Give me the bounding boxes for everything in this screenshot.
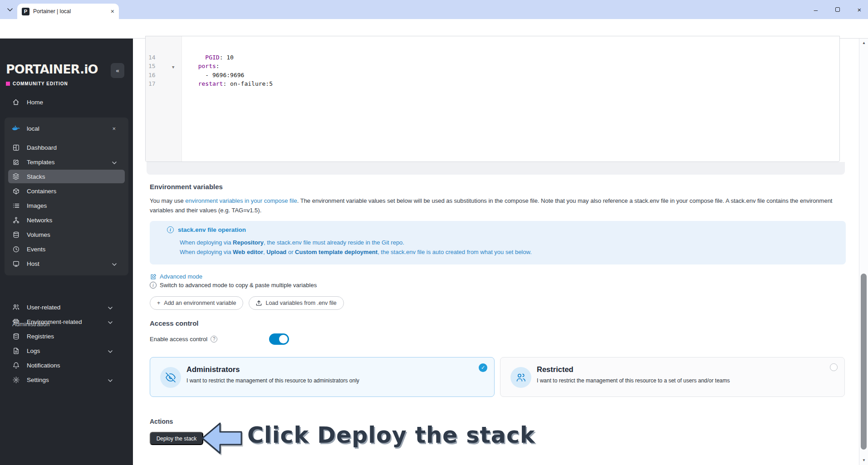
access-card-restricted[interactable]: Restricted I want to restrict the manage… <box>500 357 845 397</box>
sidebar-environment-local[interactable]: local × <box>12 122 121 135</box>
dashboard-icon <box>12 144 20 151</box>
users-icon <box>12 303 20 311</box>
events-clock-icon <box>12 246 20 253</box>
environment-group: local × Dashboard Templates Stacks Conta… <box>5 117 128 275</box>
gear-icon <box>12 377 20 383</box>
users-group-icon <box>510 367 531 388</box>
server-icon <box>12 318 20 325</box>
load-env-file-button[interactable]: Load variables from .env file <box>249 296 343 310</box>
radio-unselected-icon[interactable] <box>830 363 838 371</box>
sidebar-item-volumes[interactable]: Volumes <box>12 228 121 241</box>
compose-file-link[interactable]: environment variables in your compose fi… <box>185 197 297 204</box>
sidebar-item-networks[interactable]: Networks <box>12 214 121 226</box>
selected-check-icon[interactable]: ✓ <box>479 363 487 372</box>
sidebar-item-images[interactable]: Images <box>12 199 121 212</box>
deploy-stack-button[interactable]: Deploy the stack <box>150 432 203 445</box>
sidebar-item-settings[interactable]: Settings <box>12 373 125 386</box>
line-number: 16 <box>148 71 168 80</box>
sidebar-item-logs[interactable]: Logs <box>12 344 125 357</box>
chevron-down-icon <box>112 260 117 267</box>
sidebar-item-user-related[interactable]: User-related <box>12 301 125 313</box>
sidebar-item-dashboard[interactable]: Dashboard <box>12 141 121 154</box>
annotation-text: Click Deploy the stack <box>247 422 535 448</box>
tab-close-icon[interactable]: × <box>111 8 114 15</box>
line-number: 17 <box>148 79 168 88</box>
access-card-administrators[interactable]: Administrators I want to restrict the ma… <box>150 357 495 397</box>
sidebar: PORTAINER.iO « COMMUNITY EDITION Home lo… <box>0 39 133 465</box>
sidebar-item-notifications[interactable]: Notifications <box>12 359 125 372</box>
environment-close-icon[interactable]: × <box>112 125 116 132</box>
containers-icon <box>12 188 20 195</box>
tab-title: Portainer | local <box>33 8 107 15</box>
window-restore-button[interactable] <box>834 6 841 13</box>
line-number: 15 <box>148 62 168 71</box>
sidebar-item-templates[interactable]: Templates <box>12 156 121 168</box>
sidebar-collapse-button[interactable]: « <box>111 63 124 78</box>
home-icon <box>12 98 20 106</box>
advanced-mode-hint: i Switch to advanced mode to copy & past… <box>150 282 317 289</box>
actions-heading: Actions <box>150 418 173 425</box>
chevron-down-icon <box>108 304 113 311</box>
scroll-down-icon[interactable]: ▼ <box>859 458 868 462</box>
toggle-knob <box>279 335 288 343</box>
tab-search-icon[interactable] <box>5 5 15 14</box>
chevron-down-icon <box>108 348 113 354</box>
portainer-favicon-icon: P <box>22 8 29 15</box>
volumes-icon <box>12 231 20 238</box>
host-icon <box>12 260 20 267</box>
edition-square-icon <box>6 82 10 86</box>
add-env-variable-button[interactable]: + Add an environment variable <box>150 296 243 310</box>
bell-icon <box>12 362 20 369</box>
advanced-mode-link[interactable]: Advanced mode <box>150 273 202 280</box>
docker-whale-icon <box>12 125 20 132</box>
scrollbar-thumb[interactable] <box>861 274 867 450</box>
line-number: 14 <box>148 53 168 62</box>
info-box-title: stack.env file operation <box>178 226 246 233</box>
file-logs-icon <box>12 348 20 354</box>
browser-titlebar: P Portainer | local × – × <box>0 0 868 19</box>
fold-toggle-icon[interactable]: ▼ <box>172 63 174 72</box>
chevron-down-icon <box>108 318 113 325</box>
stack-env-info-box: i stack.env file operation When deployin… <box>150 221 846 264</box>
registry-icon <box>12 333 20 340</box>
page-scrollbar[interactable]: ▲ ▼ <box>859 39 868 465</box>
info-icon: i <box>167 226 174 233</box>
templates-icon <box>12 159 20 166</box>
sidebar-item-events[interactable]: Events <box>12 243 121 255</box>
card-title: Administrators <box>186 365 240 374</box>
sidebar-item-containers[interactable]: Containers <box>12 185 121 197</box>
upload-icon <box>256 300 262 306</box>
access-control-toggle[interactable] <box>269 333 289 345</box>
sidebar-item-home[interactable]: Home <box>12 96 43 108</box>
browser-tab[interactable]: P Portainer | local × <box>17 4 119 19</box>
sidebar-item-environment-related[interactable]: Environment-related <box>12 315 125 328</box>
stacks-icon <box>12 173 20 180</box>
card-description: I want to restrict the management of thi… <box>186 377 359 384</box>
env-variables-heading: Environment variables <box>150 183 223 191</box>
sidebar-item-host[interactable]: Host <box>12 257 121 270</box>
card-description: I want to restrict the management of thi… <box>537 377 730 384</box>
sidebar-item-registries[interactable]: Registries <box>12 330 125 343</box>
chevron-down-icon <box>112 159 117 166</box>
info-line-web-editor: When deploying via Web editor, Upload or… <box>180 249 532 255</box>
eye-off-icon <box>160 367 181 388</box>
sidebar-item-stacks[interactable]: Stacks <box>8 170 125 183</box>
annotation-arrow-icon <box>201 421 243 455</box>
info-icon: i <box>150 282 157 289</box>
restore-icon <box>835 7 840 12</box>
env-variables-description: You may use environment variables in you… <box>150 196 846 215</box>
access-control-heading: Access control <box>150 319 199 327</box>
question-circle-icon[interactable]: ? <box>211 336 217 343</box>
edition-label: COMMUNITY EDITION <box>6 81 68 86</box>
networks-icon <box>12 217 20 224</box>
window-minimize-button[interactable]: – <box>813 6 819 13</box>
scroll-up-icon[interactable]: ▲ <box>859 41 868 45</box>
plus-icon: + <box>157 300 160 306</box>
images-icon <box>12 202 20 209</box>
window-close-button[interactable]: × <box>856 6 863 13</box>
chevron-down-icon <box>108 377 113 383</box>
main-content: 14 PGID: 10 15 ▼ ports: 16 - 9696:9696 1… <box>133 39 859 465</box>
enable-access-control-label: Enable access control ? <box>150 333 217 345</box>
pencil-square-icon <box>150 274 157 280</box>
compose-code-editor[interactable]: 14 PGID: 10 15 ▼ ports: 16 - 9696:9696 1… <box>145 36 840 162</box>
